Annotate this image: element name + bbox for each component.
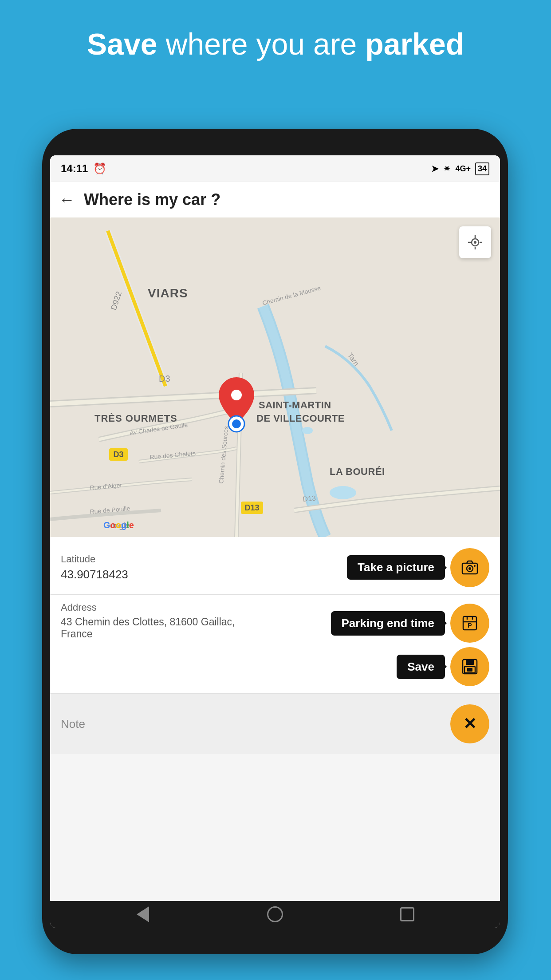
- svg-point-34: [474, 241, 476, 244]
- header-title: Save where you are parked: [87, 0, 464, 74]
- take-picture-tooltip: Take a picture: [347, 555, 445, 580]
- alarm-icon: ⏰: [93, 162, 106, 175]
- svg-point-1: [330, 486, 356, 499]
- status-right: ➤ ✴ 4G+ 34: [431, 162, 489, 175]
- save-row: Save: [397, 647, 489, 686]
- svg-text:D13: D13: [244, 503, 259, 512]
- parking-end-time-button[interactable]: P: [450, 604, 489, 643]
- map-svg: VIARS TRÈS OURMETS SAINT-MARTIN DE VILLE…: [50, 217, 500, 537]
- latitude-info-left: Latitude 43.90718423: [61, 553, 347, 581]
- svg-text:VIARS: VIARS: [148, 286, 188, 300]
- navigation-icon: ➤: [431, 163, 439, 174]
- save-button[interactable]: [450, 647, 489, 686]
- parking-end-time-tooltip: Parking end time: [331, 611, 445, 636]
- parking-end-time-row: Parking end time P: [331, 604, 490, 643]
- app-title: Where is my car ?: [84, 190, 220, 209]
- close-icon: ✕: [463, 715, 476, 733]
- svg-text:DE VILLECOURTE: DE VILLECOURTE: [256, 413, 345, 424]
- phone-screen: 14:11 ⏰ ➤ ✴ 4G+ 34 ← Where is my car ?: [50, 155, 500, 928]
- svg-text:D3: D3: [159, 374, 170, 383]
- svg-text:Google: Google: [103, 520, 134, 530]
- back-button[interactable]: ←: [59, 190, 75, 209]
- latitude-info-right: Take a picture: [347, 548, 489, 587]
- map-container[interactable]: VIARS TRÈS OURMETS SAINT-MARTIN DE VILLE…: [50, 217, 500, 537]
- note-label: Note: [61, 717, 450, 731]
- address-info-right: Parking end time P Save: [331, 602, 490, 686]
- svg-text:P: P: [468, 622, 472, 629]
- svg-text:D13: D13: [303, 494, 316, 503]
- latitude-label: Latitude: [61, 553, 347, 565]
- svg-text:SAINT-MARTIN: SAINT-MARTIN: [259, 399, 331, 411]
- battery-indicator: 34: [475, 162, 489, 175]
- close-note-button[interactable]: ✕: [450, 704, 489, 743]
- bluetooth-icon: ✴: [443, 163, 451, 174]
- camera-button[interactable]: [450, 548, 489, 587]
- status-time: 14:11: [61, 162, 88, 175]
- save-tooltip: Save: [397, 655, 445, 679]
- latitude-value: 43.90718423: [61, 568, 347, 581]
- status-bar: 14:11 ⏰ ➤ ✴ 4G+ 34: [50, 155, 500, 182]
- note-section: Note ✕: [50, 694, 500, 754]
- latitude-section: Latitude 43.90718423 Take a picture: [50, 537, 500, 595]
- phone-bottom-bar: [50, 901, 500, 928]
- svg-text:D3: D3: [113, 450, 123, 459]
- svg-text:LA BOURÉI: LA BOURÉI: [330, 466, 385, 477]
- nav-recents-button[interactable]: [396, 903, 418, 925]
- address-value-line1: 43 Chemin des Clottes, 81600 Gaillac,: [61, 616, 331, 628]
- location-button[interactable]: [459, 226, 491, 258]
- svg-point-25: [232, 419, 241, 428]
- svg-text:TRÈS OURMETS: TRÈS OURMETS: [94, 413, 177, 424]
- nav-home-button[interactable]: [264, 903, 286, 925]
- phone-frame: 14:11 ⏰ ➤ ✴ 4G+ 34 ← Where is my car ?: [42, 129, 508, 954]
- address-info-left: Address 43 Chemin des Clottes, 81600 Gai…: [61, 602, 331, 640]
- status-left: 14:11 ⏰: [61, 162, 106, 175]
- address-label: Address: [61, 602, 331, 613]
- svg-point-38: [474, 565, 476, 567]
- bottom-panel: Latitude 43.90718423 Take a picture: [50, 537, 500, 754]
- svg-point-37: [468, 567, 471, 570]
- page-header: Save where you are parked: [0, 0, 551, 70]
- svg-rect-45: [466, 660, 474, 665]
- app-bar: ← Where is my car ?: [50, 182, 500, 217]
- svg-point-23: [231, 390, 242, 400]
- svg-point-2: [302, 427, 313, 434]
- address-value-line2: France: [61, 628, 331, 640]
- svg-rect-47: [467, 668, 472, 672]
- address-section: Address 43 Chemin des Clottes, 81600 Gai…: [50, 595, 500, 694]
- signal-text: 4G+: [455, 164, 471, 174]
- note-left: Note: [61, 717, 450, 731]
- nav-back-button[interactable]: [132, 903, 154, 925]
